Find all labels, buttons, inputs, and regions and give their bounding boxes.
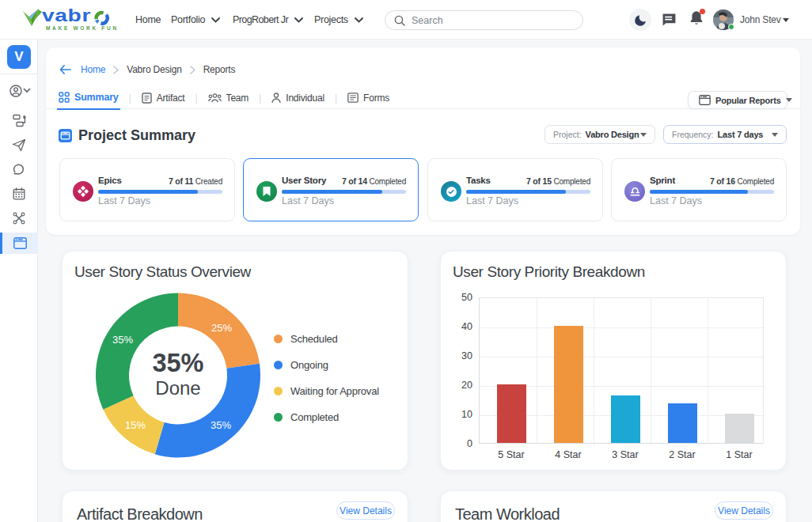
svg-text:35%: 35% <box>152 349 203 377</box>
svg-text:Done: Done <box>155 377 200 399</box>
svg-text:35%: 35% <box>211 419 231 431</box>
svg-text:25%: 25% <box>211 322 232 334</box>
svg-text:15%: 15% <box>125 419 146 431</box>
svg-text:35%: 35% <box>112 334 133 346</box>
